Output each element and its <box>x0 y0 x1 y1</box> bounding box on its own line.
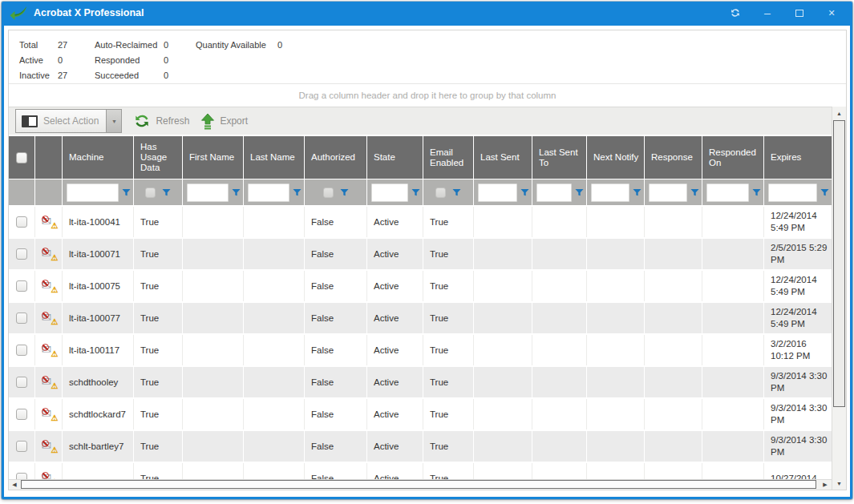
cell-authorized: False <box>305 239 367 269</box>
filter-cell-last_name <box>244 179 305 205</box>
column-header-last_sent_to[interactable]: Last Sent To <box>532 136 587 179</box>
column-header-machine[interactable]: Machine <box>63 136 134 179</box>
filter-icon[interactable] <box>340 188 349 197</box>
filter-input-expires[interactable] <box>768 183 817 202</box>
select-action-button[interactable]: Select Action ▼ <box>15 109 122 133</box>
grid: MachineHas Usage DataFirst NameLast Name… <box>9 136 832 479</box>
table-row[interactable]: ✉⚠lt-ita-100077TrueFalseActiveTrue12/24/… <box>9 303 832 335</box>
horizontal-scrollbar-thumb[interactable] <box>21 480 816 489</box>
cell-machine: schdthooley <box>63 367 134 397</box>
table-row[interactable]: ✉⚠lt-ita-100075TrueFalseActiveTrue12/24/… <box>9 271 832 303</box>
row-checkbox[interactable] <box>16 441 27 452</box>
group-by-drop-zone[interactable]: Drag a column header and drop it here to… <box>9 83 846 107</box>
column-header-last_sent[interactable]: Last Sent <box>474 136 532 179</box>
scroll-right-button[interactable]: ▶ <box>819 480 832 490</box>
cell-last_sent_to <box>532 303 587 333</box>
filter-input-last_sent[interactable] <box>478 183 517 202</box>
window-refresh-icon[interactable] <box>729 7 742 18</box>
filter-icon[interactable] <box>575 188 584 197</box>
table-row[interactable]: ✉⚠TrueFalseActiveTrue10/27/2014 <box>9 463 832 479</box>
column-header-state[interactable]: State <box>367 136 423 179</box>
email-warning-icon: ✉⚠ <box>41 408 57 421</box>
filter-input-state[interactable] <box>371 183 408 202</box>
horizontal-scrollbar[interactable]: ◀ ▶ <box>9 479 832 490</box>
vertical-scrollbar-thumb[interactable] <box>833 120 845 407</box>
column-header-next_notify[interactable]: Next Notify <box>587 136 645 179</box>
row-checkbox[interactable] <box>16 216 27 228</box>
chevron-down-icon[interactable]: ▼ <box>106 110 121 132</box>
select-all-checkbox[interactable] <box>16 152 27 163</box>
filter-input-last_sent_to[interactable] <box>536 183 572 202</box>
row-checkbox[interactable] <box>16 377 27 388</box>
filter-checkbox-has_usage_data[interactable] <box>145 187 156 198</box>
row-checkbox[interactable] <box>16 345 27 356</box>
grid-body: ✉⚠lt-ita-100041TrueFalseActiveTrue12/24/… <box>9 207 832 479</box>
refresh-button[interactable]: Refresh <box>133 112 189 130</box>
cell-first_name <box>183 335 244 365</box>
filter-icon[interactable] <box>293 188 302 197</box>
filter-cell-machine <box>63 179 134 205</box>
filter-checkbox-authorized[interactable] <box>323 187 334 198</box>
column-header-first_name[interactable]: First Name <box>183 136 244 179</box>
column-header-response[interactable]: Response <box>645 136 702 179</box>
column-header-authorized[interactable]: Authorized <box>305 136 367 179</box>
table-row[interactable]: ✉⚠schlt-bartley7TrueFalseActiveTrue9/3/2… <box>9 431 832 463</box>
table-row[interactable]: ✉⚠lt-ita-100117TrueFalseActiveTrue3/2/20… <box>9 335 832 367</box>
filter-icon[interactable] <box>411 188 420 197</box>
table-row[interactable]: ✉⚠lt-ita-100071TrueFalseActiveTrue2/5/20… <box>9 239 832 271</box>
filter-icon[interactable] <box>690 188 699 197</box>
filter-input-response[interactable] <box>649 183 687 202</box>
warning-icon: ⚠ <box>51 380 59 392</box>
row-checkbox[interactable] <box>16 409 27 420</box>
table-row[interactable]: ✉⚠schdtlockard7TrueFalseActiveTrue9/3/20… <box>9 399 832 431</box>
close-button[interactable]: ✕ <box>825 7 838 18</box>
filter-icon[interactable] <box>232 188 241 197</box>
column-header-label: Machine <box>69 152 103 163</box>
row-checkbox[interactable] <box>16 280 27 292</box>
filter-icon[interactable] <box>820 188 829 197</box>
column-header-expires[interactable]: Expires <box>764 136 832 179</box>
filter-icon[interactable] <box>162 188 171 197</box>
column-header-label: Has Usage Data <box>140 142 179 173</box>
row-checkbox[interactable] <box>16 248 27 260</box>
scroll-up-button[interactable]: ▲ <box>832 107 846 119</box>
maximize-button[interactable] <box>793 7 806 18</box>
row-checkbox[interactable] <box>16 473 27 479</box>
filter-input-first_name[interactable] <box>187 183 229 202</box>
cell-email_enabled: True <box>423 367 474 397</box>
table-row[interactable]: ✉⚠schdthooleyTrueFalseActiveTrue9/3/2014… <box>9 367 832 399</box>
filter-icon[interactable] <box>633 188 642 197</box>
cell-next_notify <box>587 463 645 479</box>
cell-state: Active <box>367 335 423 365</box>
filter-checkbox-email_enabled[interactable] <box>435 187 446 198</box>
filter-input-next_notify[interactable] <box>591 183 629 202</box>
export-button[interactable]: Export <box>200 113 248 130</box>
cell-authorized: False <box>305 303 367 333</box>
row-checkbox[interactable] <box>16 312 27 324</box>
filter-icon[interactable] <box>452 188 461 197</box>
filter-icon[interactable] <box>752 188 761 197</box>
header-select-cell <box>9 136 35 179</box>
column-header-responded_on[interactable]: Responded On <box>702 136 764 179</box>
scroll-left-button[interactable]: ◀ <box>9 480 20 490</box>
filter-icon[interactable] <box>520 188 529 197</box>
blocked-icon <box>42 216 49 223</box>
minimize-button[interactable]: – <box>761 7 774 18</box>
cell-next_notify <box>587 303 645 333</box>
column-header-last_name[interactable]: Last Name <box>244 136 305 179</box>
cell-machine <box>63 463 134 479</box>
filter-input-responded_on[interactable] <box>706 183 749 202</box>
column-header-has_usage_data[interactable]: Has Usage Data <box>134 136 183 179</box>
vertical-scrollbar[interactable]: ▲ ▼ <box>832 107 846 490</box>
filter-input-last_name[interactable] <box>248 183 289 202</box>
title-bar[interactable]: Acrobat X Professional – ✕ <box>2 2 852 24</box>
cell-email_enabled: True <box>423 399 474 429</box>
cell-value: True <box>430 280 448 292</box>
filter-icon[interactable] <box>122 188 131 197</box>
scroll-down-button[interactable]: ▼ <box>832 477 846 490</box>
column-header-email_enabled[interactable]: Email Enabled <box>423 136 474 179</box>
cell-state: Active <box>367 463 423 479</box>
filter-input-machine[interactable] <box>67 183 119 202</box>
table-row[interactable]: ✉⚠lt-ita-100041TrueFalseActiveTrue12/24/… <box>9 207 832 239</box>
cell-icon: ✉⚠ <box>35 239 63 269</box>
